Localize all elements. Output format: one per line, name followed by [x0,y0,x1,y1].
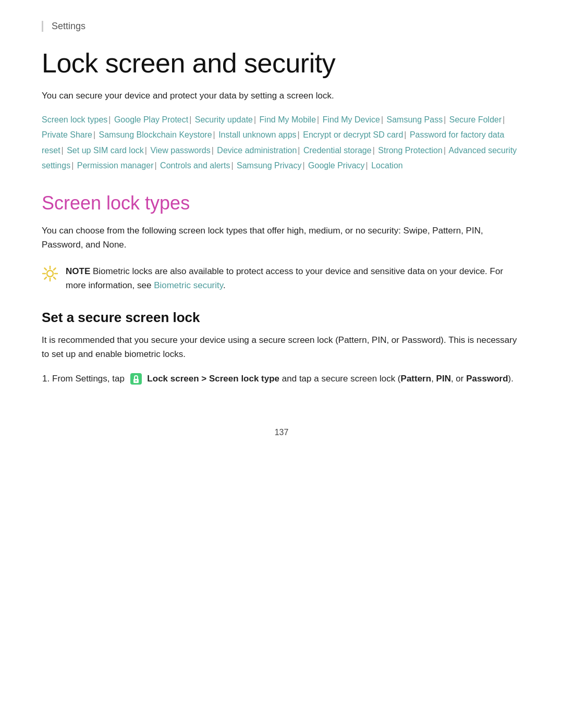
links-section: Screen lock types| Google Play Protect| … [42,112,521,174]
link-screen-lock-types[interactable]: Screen lock types [42,115,107,124]
step1-pin: PIN [436,374,451,384]
link-find-my-device[interactable]: Find My Device [323,115,380,124]
page-number: 137 [275,428,289,437]
page-footer: 137 [42,417,521,437]
note-body: Biometric locks are also available to pr… [66,266,503,290]
breadcrumb-text: Settings [52,21,85,31]
step1-comma1: , [431,374,436,384]
intro-text: You can secure your device and protect y… [42,89,521,103]
link-biometric-security[interactable]: Biometric security [154,280,223,290]
note-label: NOTE [66,266,90,276]
link-google-privacy[interactable]: Google Privacy [308,161,365,170]
link-security-update[interactable]: Security update [195,115,253,124]
subsection-description-secure-lock: It is recommended that you secure your d… [42,333,521,361]
link-device-administration[interactable]: Device administration [217,146,297,155]
step1-nav: Lock screen > Screen lock type [147,374,279,384]
note-icon [42,265,58,282]
link-location[interactable]: Location [371,161,403,170]
step1-comma2: , or [451,374,466,384]
page-title: Lock screen and security [42,47,521,79]
link-credential-storage[interactable]: Credential storage [303,146,372,155]
link-samsung-privacy[interactable]: Samsung Privacy [237,161,302,170]
breadcrumb: Settings [42,21,521,32]
link-permission-manager[interactable]: Permission manager [77,161,154,170]
page-container: Settings Lock screen and security You ca… [0,0,563,468]
steps-list: From Settings, tap Lock screen > Screen … [52,372,521,386]
link-set-up-sim-card-lock[interactable]: Set up SIM card lock [67,146,144,155]
step1-pre: From Settings, tap [52,374,125,384]
link-strong-protection[interactable]: Strong Protection [378,146,443,155]
note-text: NOTE Biometric locks are also available … [66,264,521,292]
svg-line-5 [45,268,47,270]
svg-line-6 [54,277,56,279]
svg-point-0 [47,270,53,277]
subsection-title-secure-lock: Set a secure screen lock [42,310,521,326]
link-secure-folder[interactable]: Secure Folder [449,115,502,124]
link-controls-and-alerts[interactable]: Controls and alerts [160,161,230,170]
note-box: NOTE Biometric locks are also available … [42,264,521,292]
link-samsung-pass[interactable]: Samsung Pass [387,115,443,124]
link-install-unknown-apps[interactable]: Install unknown apps [218,130,296,139]
link-encrypt-decrypt-sd[interactable]: Encrypt or decrypt SD card [303,130,403,139]
step1-password: Password [466,374,508,384]
link-view-passwords[interactable]: View passwords [150,146,210,155]
step1-post: and tap a secure screen lock ( [279,374,400,384]
screen-lock-types-description: You can choose from the following screen… [42,224,521,252]
svg-rect-12 [136,380,136,381]
svg-line-8 [45,277,47,279]
step1-end: ). [508,374,513,384]
svg-line-7 [54,268,56,270]
link-google-play-protect[interactable]: Google Play Protect [114,115,188,124]
step-1: From Settings, tap Lock screen > Screen … [52,372,521,386]
link-private-share[interactable]: Private Share [42,130,92,139]
link-samsung-blockchain-keystore[interactable]: Samsung Blockchain Keystore [99,130,212,139]
lock-screen-icon [129,372,143,386]
link-find-my-mobile[interactable]: Find My Mobile [260,115,316,124]
screen-lock-types-heading: Screen lock types [42,192,521,214]
step1-pattern: Pattern [401,374,432,384]
note-end: . [223,280,226,290]
